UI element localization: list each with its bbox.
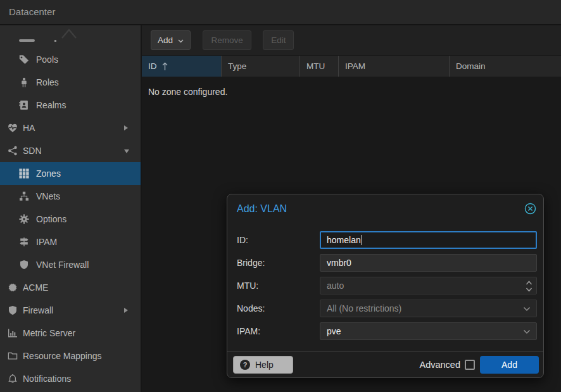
page-title: Datacenter: [9, 6, 55, 17]
bar-chart-icon: [8, 328, 18, 338]
column-header-mtu[interactable]: MTU: [300, 56, 339, 77]
spinner-arrows-icon[interactable]: [526, 279, 533, 293]
sidebar-item-notifications[interactable]: Notifications: [0, 367, 141, 390]
table-header: ID Type MTU IPAM Domain: [142, 55, 561, 77]
sidebar-tree: Pools Roles Realms HA SDN Z: [0, 25, 141, 392]
sidebar-item-ipam[interactable]: IPAM: [0, 231, 141, 253]
sidebar-item-metric-server[interactable]: Metric Server: [0, 322, 141, 345]
collapse-caret-icon[interactable]: [124, 149, 129, 153]
sidebar-item-ha[interactable]: HA: [0, 117, 141, 139]
ipam-field-label: IPAM:: [237, 326, 260, 336]
add-vlan-dialog: Add: VLAN ID: homelan Bridge: vmbr0 MTU:…: [227, 194, 544, 378]
edit-button[interactable]: Edit: [263, 30, 294, 50]
expand-caret-icon[interactable]: [124, 125, 128, 130]
shield-icon: [19, 260, 29, 270]
sidebar-item-options[interactable]: Options: [0, 208, 141, 231]
sidebar-item-zones[interactable]: Zones: [0, 162, 141, 185]
address-book-icon: [19, 100, 29, 110]
sidebar-item-acme[interactable]: ACME: [0, 276, 141, 299]
ipam-dropdown[interactable]: pve: [320, 322, 537, 340]
add-button[interactable]: Add: [151, 30, 191, 50]
help-button[interactable]: ? Help: [233, 356, 293, 374]
question-mark-icon: ?: [240, 360, 250, 370]
tags-icon: [19, 54, 29, 65]
dropdown-chevron-icon: [523, 329, 531, 334]
partial-row-icon-fragment: [19, 39, 35, 42]
sidebar-item-vnet-firewall[interactable]: VNet Firewall: [0, 253, 141, 276]
sidebar-item-roles[interactable]: Roles: [0, 71, 141, 94]
dialog-add-button[interactable]: Add: [480, 356, 539, 374]
text-cursor: [362, 235, 362, 245]
column-header-ipam[interactable]: IPAM: [339, 56, 450, 77]
sidebar-item-realms[interactable]: Realms: [0, 94, 141, 117]
remove-button[interactable]: Remove: [203, 30, 251, 50]
shield-icon: [8, 305, 18, 315]
mtu-field-label: MTU:: [237, 281, 258, 291]
sidebar-item-vnets[interactable]: VNets: [0, 185, 141, 208]
nodes-field-label: Nodes:: [237, 303, 265, 313]
top-bar: Datacenter: [0, 0, 561, 25]
zones-toolbar: Add Remove Edit: [142, 25, 561, 55]
dialog-footer: ? Help Advanced Add: [227, 351, 543, 377]
expand-caret-icon[interactable]: [124, 308, 128, 313]
id-input[interactable]: homelan: [320, 231, 537, 249]
dialog-title: Add: VLAN: [237, 203, 287, 215]
sitemap-icon: [19, 191, 29, 201]
heartbeat-icon: [8, 123, 18, 133]
id-field-label: ID:: [237, 235, 248, 245]
column-header-domain[interactable]: Domain: [450, 56, 561, 77]
partial-row-text-fragment: [54, 40, 56, 42]
nodes-dropdown[interactable]: All (No restrictions): [320, 300, 537, 317]
advanced-checkbox[interactable]: [465, 360, 475, 370]
bridge-field-label: Bridge:: [237, 258, 265, 268]
add-menu-caret-icon: [178, 39, 184, 43]
certificate-icon: [8, 282, 18, 293]
gear-icon: [19, 214, 29, 224]
bell-icon: [8, 374, 18, 384]
sidebar-item-firewall[interactable]: Firewall: [0, 299, 141, 322]
column-header-type[interactable]: Type: [222, 56, 300, 77]
mtu-spinner[interactable]: auto: [320, 277, 537, 294]
bridge-input[interactable]: vmbr0: [320, 254, 537, 272]
sidebar-item-pools[interactable]: Pools: [0, 48, 141, 71]
share-network-icon: [8, 146, 18, 156]
sort-ascending-icon: [162, 62, 168, 71]
folder-icon: [8, 351, 18, 361]
scroll-up-indicator[interactable]: [61, 28, 77, 39]
empty-table-message: No zone configured.: [148, 85, 227, 98]
map-signs-icon: [19, 237, 29, 247]
close-icon[interactable]: [524, 203, 536, 215]
column-header-id[interactable]: ID: [142, 56, 222, 77]
grid-icon: [19, 168, 29, 179]
user-icon: [19, 77, 29, 87]
sidebar-item-sdn[interactable]: SDN: [0, 139, 141, 162]
advanced-label: Advanced: [420, 360, 461, 370]
sidebar-item-resource-mappings[interactable]: Resource Mappings: [0, 345, 141, 367]
proxmox-datacenter-screen: Datacenter Pools Roles Realms HA: [0, 0, 561, 392]
dropdown-chevron-icon: [523, 307, 531, 312]
